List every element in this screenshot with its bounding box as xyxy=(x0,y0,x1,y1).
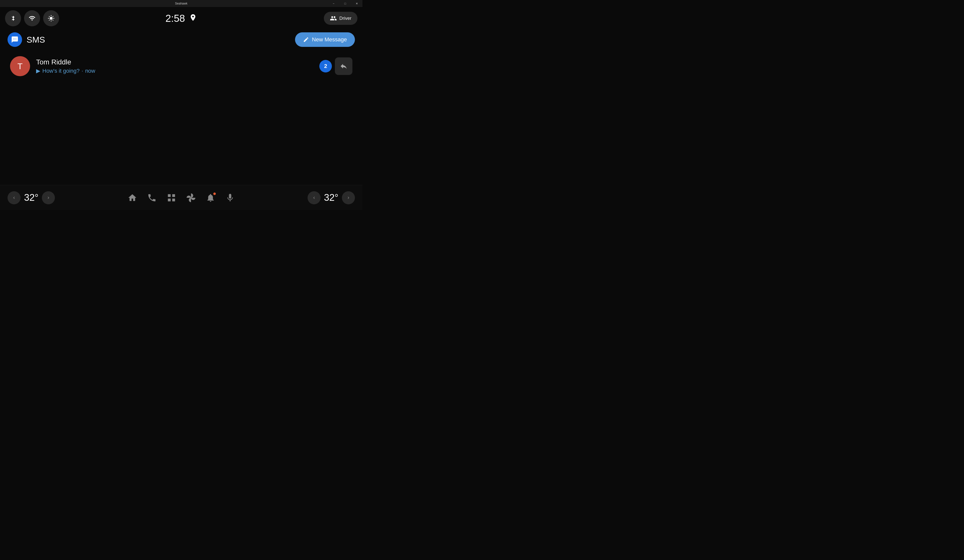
pencil-icon xyxy=(303,37,309,42)
grid-icon xyxy=(167,193,176,203)
chevron-left-2-icon xyxy=(312,195,316,200)
contact-name: Tom Riddle xyxy=(36,58,314,66)
bottom-left: 32° xyxy=(8,191,55,204)
reply-icon xyxy=(340,62,348,70)
bottom-center-nav xyxy=(128,193,235,203)
driver-button[interactable]: Driver xyxy=(324,12,357,25)
mic-icon xyxy=(225,193,235,203)
phone-button[interactable] xyxy=(147,193,157,203)
bottom-bar: 32° xyxy=(0,185,362,210)
bluetooth-icon xyxy=(10,15,16,22)
wifi-button[interactable] xyxy=(24,10,40,26)
temp-left: 32° xyxy=(24,192,38,203)
sms-icon xyxy=(11,36,18,43)
chevron-right-icon xyxy=(46,195,50,200)
driver-label: Driver xyxy=(339,16,352,21)
minimize-button[interactable]: − xyxy=(328,0,339,7)
message-actions: 2 xyxy=(319,57,352,75)
message-list: T Tom Riddle ▶ How's it going? · now 2 xyxy=(0,50,362,83)
chevron-left-icon xyxy=(12,195,16,200)
unread-badge: 2 xyxy=(319,60,332,72)
wifi-icon xyxy=(29,15,36,22)
current-time: 2:58 xyxy=(165,13,185,24)
temp-right-prev-button[interactable] xyxy=(308,191,321,204)
temp-right: 32° xyxy=(324,192,339,203)
app-title: SMS xyxy=(26,35,45,45)
window-controls: − □ ✕ xyxy=(328,0,362,7)
contact-avatar: T xyxy=(10,56,30,76)
new-message-button[interactable]: New Message xyxy=(295,33,355,47)
fan-button[interactable] xyxy=(186,193,196,203)
window-title: Seahawk xyxy=(175,2,187,5)
bottom-right: 32° xyxy=(308,191,355,204)
driver-icon xyxy=(330,15,337,22)
home-button[interactable] xyxy=(128,193,137,203)
notification-dot xyxy=(213,192,216,195)
chevron-right-2-icon xyxy=(346,195,351,200)
status-center: 2:58 xyxy=(165,13,197,24)
preview-text: How's it going? xyxy=(42,68,80,74)
status-left-controls xyxy=(5,10,59,26)
bell-button[interactable] xyxy=(206,193,215,203)
temp-left-prev-button[interactable] xyxy=(8,191,21,204)
reply-button[interactable] xyxy=(335,57,352,75)
bluetooth-button[interactable] xyxy=(5,10,21,26)
title-bar: Seahawk − □ ✕ xyxy=(0,0,362,7)
home-icon xyxy=(128,193,137,203)
message-item[interactable]: T Tom Riddle ▶ How's it going? · now 2 xyxy=(5,52,357,80)
phone-icon xyxy=(147,193,157,203)
location-icon xyxy=(189,13,197,23)
message-preview: ▶ How's it going? · now xyxy=(36,68,314,74)
brightness-icon xyxy=(47,15,55,22)
new-message-label: New Message xyxy=(312,36,347,43)
brightness-button[interactable] xyxy=(43,10,59,26)
message-time: now xyxy=(85,68,95,74)
status-right-controls: Driver xyxy=(324,12,357,25)
app-header: SMS New Message xyxy=(0,29,362,50)
temp-right-next-button[interactable] xyxy=(342,191,355,204)
message-content: Tom Riddle ▶ How's it going? · now xyxy=(36,58,314,74)
play-icon: ▶ xyxy=(36,68,40,74)
status-bar: 2:58 Driver xyxy=(0,7,362,29)
close-button[interactable]: ✕ xyxy=(351,0,362,7)
mic-button[interactable] xyxy=(225,193,235,203)
preview-dot: · xyxy=(82,68,83,74)
grid-button[interactable] xyxy=(167,193,176,203)
maximize-button[interactable]: □ xyxy=(339,0,351,7)
fan-icon xyxy=(186,193,196,203)
temp-left-next-button[interactable] xyxy=(42,191,55,204)
sms-app-icon xyxy=(8,33,22,47)
